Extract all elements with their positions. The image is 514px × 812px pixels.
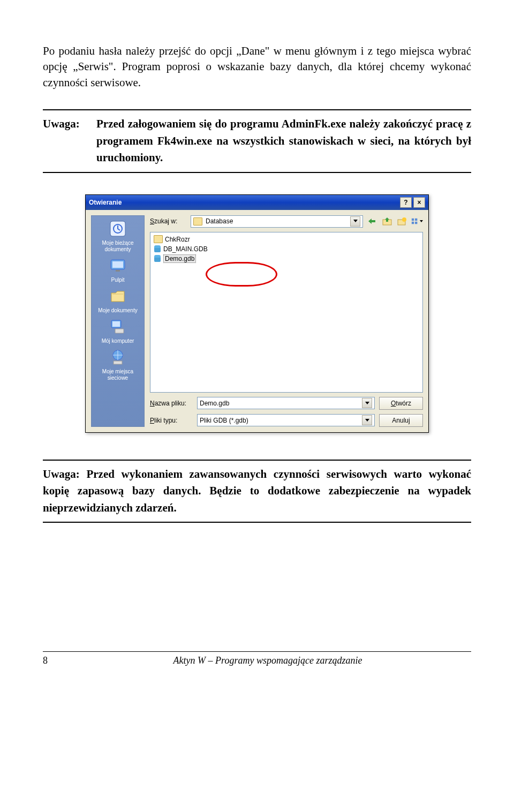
lookin-label: Szukaj w: bbox=[150, 217, 187, 225]
open-dialog-screenshot: Otwieranie ? × Moje bieżące dokumenty Pu… bbox=[43, 194, 471, 433]
svg-rect-13 bbox=[412, 219, 414, 221]
filetype-label: Pliki typu: bbox=[150, 417, 193, 424]
open-button[interactable]: Otwórz bbox=[379, 397, 423, 410]
svg-rect-7 bbox=[115, 329, 124, 333]
cancel-button[interactable]: Anuluj bbox=[379, 414, 423, 427]
filetype-value: Pliki GDB (*.gdb) bbox=[200, 417, 359, 424]
file-name: DB_MAIN.GDB bbox=[163, 245, 208, 253]
list-item[interactable]: Demo.gdb bbox=[154, 254, 419, 264]
svg-rect-4 bbox=[116, 270, 120, 272]
svg-point-12 bbox=[402, 217, 406, 222]
mydocs-icon bbox=[108, 287, 127, 306]
svg-rect-9 bbox=[114, 361, 122, 364]
svg-rect-6 bbox=[112, 321, 120, 327]
file-list[interactable]: ChkRozr DB_MAIN.GDB Demo.gdb bbox=[150, 232, 423, 393]
note1-text: Przed załogowaniem się do programu Admin… bbox=[96, 116, 471, 167]
note1-label: Uwaga: bbox=[43, 116, 96, 167]
place-network-label: Moje miejsca sieciowe bbox=[93, 369, 142, 381]
place-mycomp-label: Mój komputer bbox=[102, 338, 134, 344]
place-mydocs[interactable]: Moje dokumenty bbox=[93, 287, 142, 314]
title-bar: Otwieranie ? × bbox=[86, 195, 428, 210]
chevron-down-icon[interactable] bbox=[350, 216, 360, 227]
chevron-down-icon[interactable] bbox=[362, 398, 372, 408]
svg-rect-14 bbox=[415, 219, 417, 221]
list-item[interactable]: ChkRozr bbox=[154, 235, 419, 244]
mycomp-icon bbox=[108, 317, 127, 336]
network-icon bbox=[108, 348, 127, 367]
place-desktop[interactable]: Pulpit bbox=[93, 256, 142, 283]
views-button[interactable] bbox=[411, 216, 423, 227]
new-folder-button[interactable] bbox=[396, 216, 408, 227]
folder-icon bbox=[193, 217, 202, 225]
back-button[interactable] bbox=[366, 216, 378, 227]
place-network[interactable]: Moje miejsca sieciowe bbox=[93, 348, 142, 381]
note-block-1: Uwaga: Przed załogowaniem się do program… bbox=[43, 109, 471, 173]
filename-input[interactable]: Demo.gdb bbox=[197, 397, 375, 409]
database-icon bbox=[154, 255, 161, 262]
place-mydocs-label: Moje dokumenty bbox=[98, 307, 137, 314]
filetype-combo[interactable]: Pliki GDB (*.gdb) bbox=[197, 414, 375, 426]
intro-paragraph: Po podaniu hasła należy przejść do opcji… bbox=[43, 43, 471, 91]
desktop-icon bbox=[108, 256, 127, 275]
file-name-selected: Demo.gdb bbox=[163, 254, 196, 263]
page-footer: 8 Aktyn W – Programy wspomagające zarząd… bbox=[43, 651, 471, 666]
list-item[interactable]: DB_MAIN.GDB bbox=[154, 244, 419, 254]
database-icon bbox=[154, 245, 161, 253]
dialog-title: Otwieranie bbox=[89, 199, 398, 206]
places-bar: Moje bieżące dokumenty Pulpit Moje dokum… bbox=[91, 215, 145, 427]
up-button[interactable] bbox=[381, 216, 393, 227]
folder-icon bbox=[154, 235, 163, 243]
recent-docs-icon bbox=[108, 219, 127, 238]
place-recent[interactable]: Moje bieżące dokumenty bbox=[93, 219, 142, 253]
footer-text: Aktyn W – Programy wspomagające zarządza… bbox=[64, 655, 471, 666]
lookin-value: Database bbox=[206, 217, 347, 225]
place-mycomp[interactable]: Mój komputer bbox=[93, 317, 142, 344]
svg-rect-3 bbox=[112, 261, 123, 268]
note-block-2: Uwaga: Przed wykonaniem zawansowanych cz… bbox=[43, 460, 471, 523]
lookin-combo[interactable]: Database bbox=[191, 215, 363, 228]
filename-label: Nazwa pliku: bbox=[150, 400, 193, 407]
svg-rect-15 bbox=[412, 222, 414, 224]
chevron-down-icon[interactable] bbox=[362, 415, 372, 425]
place-desktop-label: Pulpit bbox=[111, 277, 124, 283]
open-dialog: Otwieranie ? × Moje bieżące dokumenty Pu… bbox=[85, 194, 429, 433]
filename-value: Demo.gdb bbox=[200, 400, 359, 407]
svg-rect-16 bbox=[415, 222, 417, 224]
note2-text: Uwaga: Przed wykonaniem zawansowanych cz… bbox=[43, 468, 471, 514]
help-button[interactable]: ? bbox=[400, 197, 412, 208]
page-number: 8 bbox=[43, 655, 64, 666]
close-button[interactable]: × bbox=[413, 197, 425, 208]
file-name: ChkRozr bbox=[165, 236, 190, 243]
place-recent-label: Moje bieżące dokumenty bbox=[93, 240, 142, 253]
